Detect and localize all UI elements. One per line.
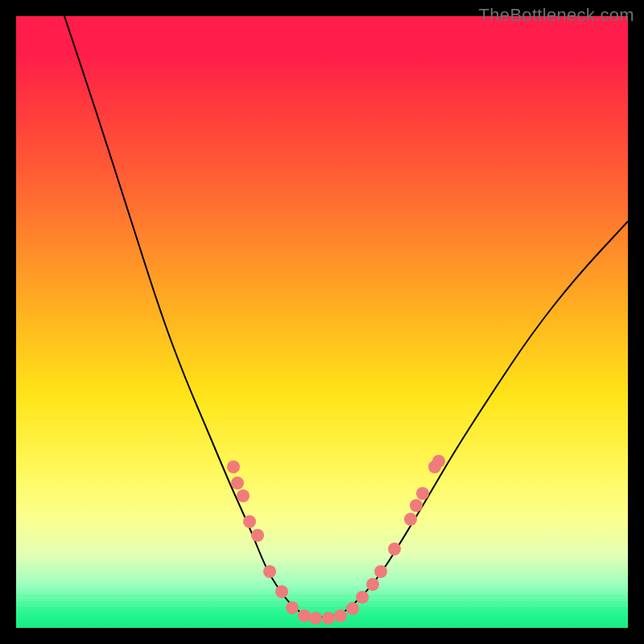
marker-dot — [286, 601, 299, 614]
marker-dots — [227, 455, 445, 625]
marker-dot — [356, 591, 369, 604]
marker-dot — [227, 460, 240, 473]
marker-dot — [346, 602, 359, 615]
left-curve — [64, 16, 302, 613]
watermark-text: TheBottleneck.com — [479, 5, 634, 26]
marker-dot — [322, 612, 335, 625]
marker-dot — [309, 612, 322, 625]
marker-dot — [298, 609, 311, 622]
marker-dot — [416, 487, 429, 500]
chart-stage: TheBottleneck.com — [0, 0, 644, 644]
marker-dot — [432, 455, 445, 468]
right-curve — [342, 221, 628, 613]
faint-green-lines — [16, 596, 628, 608]
marker-dot — [404, 513, 417, 526]
marker-dot — [388, 543, 401, 555]
marker-dot — [410, 499, 423, 512]
marker-dot — [251, 529, 264, 542]
marker-dot — [366, 578, 379, 591]
marker-dot — [374, 565, 387, 578]
plot-area — [16, 16, 628, 628]
marker-dot — [237, 489, 250, 502]
marker-dot — [231, 477, 244, 489]
marker-dot — [263, 565, 276, 578]
marker-dot — [275, 585, 288, 598]
curve-layer — [16, 16, 628, 628]
marker-dot — [334, 609, 347, 622]
marker-dot — [243, 515, 256, 528]
